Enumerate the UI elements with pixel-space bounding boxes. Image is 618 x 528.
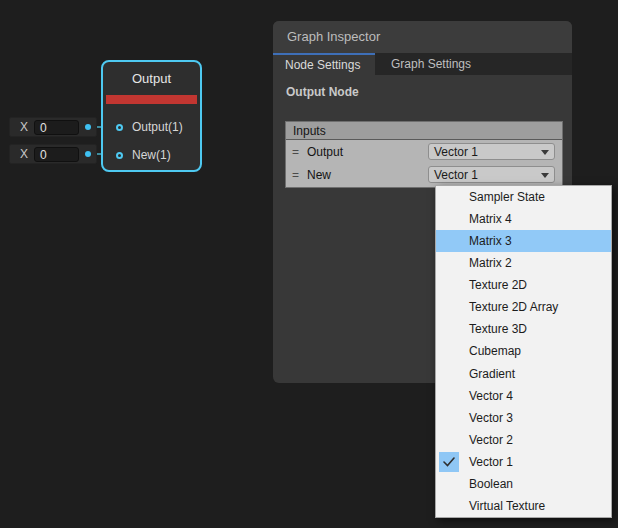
menu-item-matrix-4[interactable]: Matrix 4 [436, 208, 611, 230]
menu-item-vector-1[interactable]: Vector 1 [436, 451, 611, 473]
checkmark-icon [439, 452, 459, 472]
tab-graph-settings[interactable]: Graph Settings [375, 53, 487, 75]
menu-item-virtual-texture[interactable]: Virtual Texture [436, 495, 611, 517]
menu-item-sampler-state[interactable]: Sampler State [436, 186, 611, 208]
type-dropdown-output[interactable]: Vector 1 [428, 143, 555, 160]
inputs-header: Inputs [286, 122, 562, 140]
menu-item-vector-2[interactable]: Vector 2 [436, 429, 611, 451]
tab-node-settings[interactable]: Node Settings [273, 53, 375, 75]
drag-handle-icon[interactable]: = [292, 168, 298, 182]
menu-item-label: Vector 1 [469, 455, 513, 469]
menu-item-gradient[interactable]: Gradient [436, 363, 611, 385]
port-new[interactable]: New(1) [116, 147, 171, 163]
output-node[interactable]: Output Output(1) New(1) [101, 60, 202, 172]
dropdown-value: Vector 1 [434, 168, 478, 182]
type-dropdown-new[interactable]: Vector 1 [428, 166, 555, 183]
menu-item-matrix-3[interactable]: Matrix 3 [436, 230, 611, 252]
connector-dot-icon[interactable] [85, 151, 91, 157]
menu-item-vector-4[interactable]: Vector 4 [436, 385, 611, 407]
node-title: Output [103, 62, 200, 95]
menu-item-vector-3[interactable]: Vector 3 [436, 407, 611, 429]
value-field[interactable]: 0 [34, 147, 79, 162]
panel-title[interactable]: Graph Inspector [273, 21, 572, 53]
tab-bar: Node Settings Graph Settings [273, 53, 572, 75]
drag-handle-icon[interactable]: = [292, 145, 298, 159]
menu-item-texture-3d[interactable]: Texture 3D [436, 318, 611, 340]
menu-item-cubemap[interactable]: Cubemap [436, 340, 611, 362]
port-label: New(1) [132, 148, 171, 162]
menu-item-matrix-2[interactable]: Matrix 2 [436, 252, 611, 274]
menu-item-boolean[interactable]: Boolean [436, 473, 611, 495]
input-widget-output[interactable]: X 0 [9, 117, 97, 137]
input-row-new: = New Vector 1 [286, 163, 562, 186]
row-label: New [307, 168, 331, 182]
chevron-down-icon [541, 150, 549, 155]
inputs-box: Inputs = Output Vector 1 = New Vector 1 [285, 121, 563, 188]
menu-item-texture-2d-array[interactable]: Texture 2D Array [436, 296, 611, 318]
axis-label: X [20, 147, 28, 161]
section-title: Output Node [286, 85, 572, 99]
axis-label: X [20, 120, 28, 134]
port-output[interactable]: Output(1) [116, 119, 183, 135]
port-circle-icon[interactable] [116, 152, 123, 159]
input-widget-new[interactable]: X 0 [9, 144, 97, 164]
type-dropdown-menu: Sampler State Matrix 4 Matrix 3 Matrix 2… [435, 185, 612, 518]
port-label: Output(1) [132, 120, 183, 134]
port-circle-icon[interactable] [116, 124, 123, 131]
value-field[interactable]: 0 [34, 120, 79, 135]
dropdown-value: Vector 1 [434, 145, 478, 159]
node-accent-bar [106, 95, 197, 104]
connector-dot-icon[interactable] [85, 124, 91, 130]
row-label: Output [307, 145, 343, 159]
menu-item-texture-2d[interactable]: Texture 2D [436, 274, 611, 296]
input-row-output: = Output Vector 1 [286, 140, 562, 163]
chevron-down-icon [541, 173, 549, 178]
